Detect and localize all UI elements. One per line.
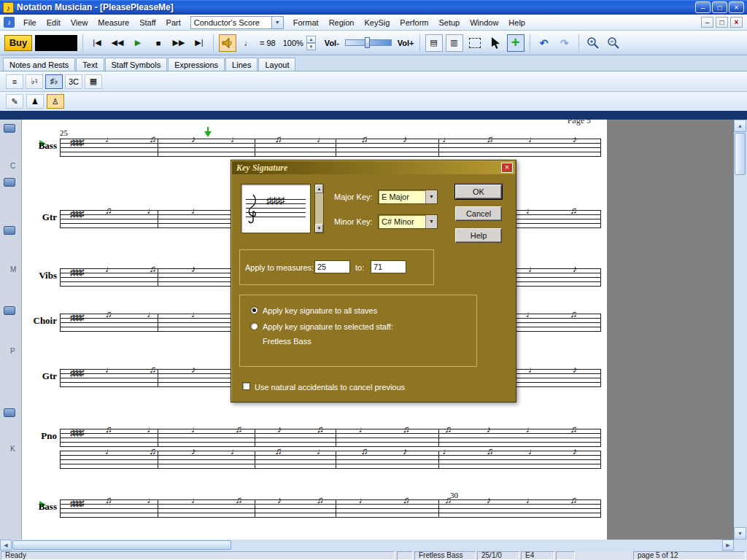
flat-natural-icon[interactable]: ♭♮: [26, 74, 43, 89]
child-restore-button[interactable]: □: [716, 17, 728, 28]
measure-to-input[interactable]: [371, 260, 406, 273]
list-icon[interactable]: ≡: [6, 74, 23, 89]
channel-icon[interactable]: [4, 306, 15, 315]
scrollbar-corner: [734, 540, 747, 551]
ok-button[interactable]: OK: [455, 184, 502, 199]
cursor-arrow-icon: [490, 36, 500, 49]
staff-list-button[interactable]: ▥: [446, 34, 463, 52]
tab-layout[interactable]: Layout: [258, 58, 295, 71]
tab-expressions[interactable]: Expressions: [168, 58, 225, 71]
natural-accidentals-label[interactable]: Use natural accidentals to cancel previo…: [255, 383, 405, 392]
preview-sharps: ♯♯♯♯: [266, 195, 284, 206]
volume-slider-thumb[interactable]: [365, 37, 370, 48]
pencil-tool-icon[interactable]: ✎: [6, 94, 23, 109]
play-button[interactable]: ▶: [129, 34, 147, 52]
time-signature-icon[interactable]: 3C: [65, 74, 82, 89]
radio-all-staves[interactable]: [250, 306, 258, 314]
chevron-down-icon[interactable]: ▼: [425, 190, 437, 203]
musician-icon[interactable]: ♟: [26, 94, 44, 109]
undo-button[interactable]: ↶: [535, 34, 553, 52]
menu-staff[interactable]: Staff: [134, 16, 160, 29]
volume-slider[interactable]: [345, 39, 392, 46]
menu-help[interactable]: Help: [503, 16, 530, 29]
channel-icon[interactable]: [4, 226, 15, 235]
part-selector-combobox[interactable]: Conductor's Score ▼: [190, 16, 284, 29]
pointer-tool-button[interactable]: [487, 34, 504, 52]
dialog-close-icon[interactable]: ×: [501, 163, 513, 173]
staff-lines[interactable]: ♩ ♫ ♪ ♩ ♫ ♩ ♫ ♪ ♩ ♫ ♩ ♪ ♫ ♩ ♫ ♪ ♩ ♫ ♩ ♪ …: [60, 451, 601, 469]
menu-perform[interactable]: Perform: [395, 16, 433, 29]
scroll-left-icon[interactable]: ◀: [0, 540, 12, 551]
scroll-up-icon[interactable]: ▲: [734, 120, 746, 132]
radio-selected-staff-label[interactable]: Apply key signature to selected staff:: [263, 322, 393, 331]
close-button[interactable]: ×: [729, 1, 744, 13]
marquee-select-button[interactable]: [466, 34, 484, 52]
vertical-scrollbar-thumb[interactable]: [735, 133, 746, 175]
rewind-button[interactable]: ◀◀: [109, 34, 126, 52]
vertical-scrollbar[interactable]: ▲ ▼: [734, 120, 747, 540]
menu-setup[interactable]: Setup: [433, 16, 465, 29]
buy-button[interactable]: Buy: [4, 35, 32, 51]
channel-icon[interactable]: [4, 408, 15, 417]
menu-file[interactable]: File: [18, 16, 42, 29]
menu-keysig[interactable]: KeySig: [359, 16, 395, 29]
menu-region[interactable]: Region: [324, 16, 360, 29]
menu-window[interactable]: Window: [465, 16, 503, 29]
cancel-button[interactable]: Cancel: [455, 206, 502, 221]
chevron-down-icon[interactable]: ▼: [271, 17, 283, 28]
scroll-right-icon[interactable]: ▶: [722, 540, 734, 551]
horizontal-scrollbar-thumb[interactable]: [12, 540, 231, 550]
redo-button[interactable]: ↷: [556, 34, 573, 52]
chevron-down-icon[interactable]: ▼: [425, 215, 437, 228]
spin-down-icon[interactable]: ▼: [306, 43, 316, 50]
natural-accidentals-checkbox[interactable]: [242, 382, 250, 390]
tempo-value[interactable]: = 98: [260, 39, 276, 47]
go-last-button[interactable]: ▶|: [190, 34, 208, 52]
insert-note-button[interactable]: +: [507, 34, 525, 52]
key-signature-tool-icon[interactable]: ♯♭: [45, 74, 63, 89]
zoom-in-button[interactable]: [584, 34, 602, 52]
major-key-dropdown[interactable]: E Major ▼: [378, 190, 438, 204]
tab-staff-symbols[interactable]: Staff Symbols: [105, 58, 168, 71]
radio-all-staves-label[interactable]: Apply key signature to all staves: [263, 306, 377, 315]
scroll-down-icon[interactable]: ▼: [734, 527, 746, 540]
staff-lines[interactable]: ♯♯♯♯ ♫ ♩ ♩ ♫ ♪ ♫ ♩ ♫ ♫ ♪ ♩ ♫ ♩ ♫ ♪ ♫ ♩ ♫…: [60, 429, 601, 447]
tab-notes-and-rests[interactable]: Notes and Rests: [3, 58, 75, 71]
minimize-button[interactable]: –: [695, 1, 711, 13]
conductor-icon[interactable]: ♙: [47, 94, 64, 109]
zoom-out-button[interactable]: [605, 34, 622, 52]
child-close-button[interactable]: ×: [730, 17, 743, 28]
zoom-spinner[interactable]: ▲ ▼: [306, 36, 316, 50]
measure-from-input[interactable]: [314, 260, 350, 273]
tab-text[interactable]: Text: [76, 58, 104, 71]
menu-part[interactable]: Part: [161, 16, 186, 29]
grid-icon[interactable]: ▦: [85, 74, 102, 89]
staff-lines[interactable]: ♯♯♯♯ ♫ ♩ ♩ ♫ ♪ ♫ ♩ ♫ ♫ ♪ ♩ ♫ ♩ ♫ ♪ ♫ ♩ ♫…: [60, 499, 601, 518]
keyboard-view-button[interactable]: ▤: [425, 34, 443, 52]
scroll-down-icon[interactable]: ▼: [315, 224, 323, 233]
zoom-value[interactable]: 100%: [283, 39, 303, 47]
speaker-icon[interactable]: [219, 34, 236, 52]
minor-key-dropdown[interactable]: C# Minor ▼: [378, 214, 438, 229]
maximize-button[interactable]: □: [712, 1, 727, 13]
staff-lines[interactable]: ♯♯♯♯ ♩ ♫ ♪ ♩ ♫ ♩ ♫ ♪ ♩ ♫ ♩ ♪ ♫ ♩ ♫ ♪ ♩ ♫…: [60, 139, 601, 157]
menu-measure[interactable]: Measure: [93, 16, 134, 29]
go-first-button[interactable]: |◀: [88, 34, 106, 52]
channel-icon[interactable]: [4, 178, 15, 187]
fast-forward-button[interactable]: ▶▶: [170, 34, 187, 52]
help-button[interactable]: Help: [455, 228, 502, 243]
menu-view[interactable]: View: [66, 16, 93, 29]
stop-button[interactable]: ■: [150, 34, 167, 52]
spin-up-icon[interactable]: ▲: [306, 36, 316, 43]
tab-lines[interactable]: Lines: [225, 58, 258, 71]
radio-selected-staff[interactable]: [250, 322, 258, 330]
preview-scrollbar[interactable]: ▲ ▼: [314, 184, 324, 233]
dialog-title-bar[interactable]: Key Signature ×: [232, 161, 515, 174]
scroll-up-icon[interactable]: ▲: [315, 184, 323, 193]
channel-icon[interactable]: [4, 124, 15, 133]
horizontal-scrollbar[interactable]: ◀ ▶: [0, 540, 734, 551]
marker-letter: M: [10, 265, 16, 273]
child-minimize-button[interactable]: –: [701, 17, 713, 28]
menu-format[interactable]: Format: [288, 16, 324, 29]
menu-edit[interactable]: Edit: [42, 16, 66, 29]
